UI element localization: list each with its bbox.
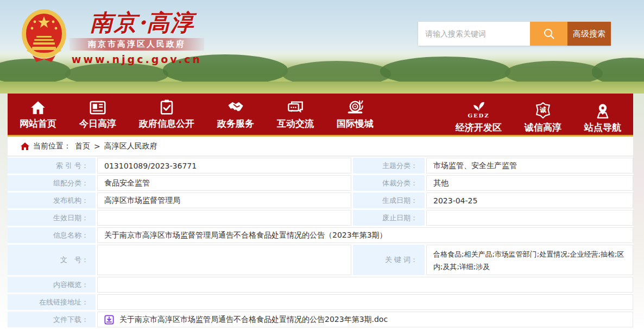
advanced-search-button[interactable]: 高级搜索 [567, 22, 611, 46]
breadcrumb-separator: > [94, 142, 100, 151]
site-map-icon [595, 102, 611, 119]
search-input[interactable] [418, 22, 530, 46]
field-value-docnum [97, 245, 351, 275]
field-value-created: 2023-04-25 [426, 193, 633, 208]
nav-label: 经济开发区 [456, 121, 502, 134]
search-button[interactable] [530, 22, 567, 46]
nav-item-gov-info[interactable]: 政府信息公开 [139, 98, 194, 130]
field-value-publisher: 高淳区市场监督管理局 [97, 193, 351, 208]
search-icon [543, 28, 555, 40]
site-subtitle: 南京市高淳区人民政府 [70, 38, 204, 51]
main-nav: 网站首页 今日高淳 [8, 94, 633, 136]
nav-label: 网站首页 [20, 117, 56, 130]
field-label-created: 生成日期： [353, 193, 425, 208]
nav-group-right: GEDZ 经济开发区 诚 诚信高淳 [456, 95, 621, 134]
info-grid: 索 引 号： 013101089/2023-36771 主题分类： 市场监管、安… [8, 158, 633, 329]
field-label-keywords: 关 键 词： [353, 245, 425, 275]
site-logo[interactable]: 南京·高淳 南京市高淳区人民政府 www.njgc.gov.cn [20, 7, 204, 66]
breadcrumb-prefix: 当前位置： [33, 141, 71, 151]
nav-item-integrity[interactable]: 诚 诚信高淳 [525, 102, 561, 134]
nav-group-left: 网站首页 今日高淳 [20, 98, 374, 130]
download-file-name: 关于南京市高淳区市场监管局通告不合格食品处置情况的公告2023年第3期.doc [119, 315, 388, 325]
nav-label: 诚信高淳 [525, 121, 561, 134]
nav-label: 政务服务 [217, 117, 254, 130]
breadcrumb-current: 高淳区人民政府 [104, 141, 157, 151]
field-label-name: 信息名称： [8, 227, 96, 243]
nav-item-today[interactable]: 今日高淳 [79, 98, 116, 130]
gedz-abbr: GEDZ [468, 113, 489, 119]
breadcrumb-home-icon [21, 142, 29, 150]
header-photo-banner: 南京·高淳 南京市高淳区人民政府 www.njgc.gov.cn 高级搜索 [0, 0, 644, 94]
tree-decoration [380, 57, 510, 85]
field-value-keywords: 合格食品;相关产品;市场监管部门;处置情况;企业经营;抽检;区内;及其;详细;涉… [426, 245, 633, 275]
nav-label: 站点导航 [584, 121, 621, 134]
integrity-character: 诚 [540, 105, 546, 115]
field-value-genre: 其他 [426, 175, 633, 191]
field-value-effective [97, 210, 351, 226]
nav-item-interaction[interactable]: 互动交流 [277, 98, 314, 130]
field-label-download: 文件下载： [8, 312, 96, 327]
field-value-summary [97, 277, 633, 293]
field-label-topic: 主题分类： [353, 158, 425, 173]
news-icon [90, 98, 106, 115]
document-meta-panel: 索 引 号： 013101089/2023-36771 主题分类： 市场监管、安… [8, 157, 633, 329]
left-margin [0, 94, 8, 329]
field-label-index: 索 引 号： [8, 158, 96, 173]
snail-icon [346, 98, 364, 115]
field-label-link: 在线链接地址： [8, 294, 96, 310]
site-title: 南京·高淳 [80, 8, 204, 38]
field-label-docnum: 文 号： [8, 245, 96, 275]
download-file-link[interactable]: 关于南京市高淳区市场监管局通告不合格食品处置情况的公告2023年第3期.doc [104, 315, 388, 325]
page: 南京·高淳 南京市高淳区人民政府 www.njgc.gov.cn 高级搜索 [0, 0, 644, 329]
field-label-expiry: 废止日期： [353, 210, 425, 226]
download-icon [104, 315, 114, 325]
field-value-index: 013101089/2023-36771 [97, 158, 351, 173]
pond-decoration [0, 82, 644, 94]
nav-item-sitemap[interactable]: 站点导航 [584, 102, 621, 134]
nav-item-home[interactable]: 网站首页 [20, 98, 56, 130]
breadcrumb: 当前位置： 首页 > 高淳区人民政府 [8, 136, 633, 157]
nav-item-slow-city[interactable]: 国际慢城 [337, 98, 374, 130]
field-label-summary: 内容概览： [8, 277, 96, 293]
nav-label: 今日高淳 [79, 117, 116, 130]
field-value-link [97, 294, 633, 310]
home-icon [30, 98, 46, 115]
nav-label: 政府信息公开 [139, 117, 194, 130]
handshake-icon [227, 98, 244, 115]
field-value-download: 关于南京市高淳区市场监管局通告不合格食品处置情况的公告2023年第3期.doc [97, 312, 633, 327]
breadcrumb-home-link[interactable]: 首页 [75, 141, 90, 151]
integrity-shield-icon: 诚 [536, 102, 550, 119]
nav-label: 互动交流 [277, 117, 314, 130]
field-value-group: 食品安全监管 [97, 175, 351, 191]
search-bar: 高级搜索 [418, 22, 611, 46]
nav-item-economic-zone[interactable]: GEDZ 经济开发区 [456, 95, 502, 134]
nav-item-services[interactable]: 政务服务 [217, 98, 254, 130]
field-value-expiry [426, 210, 633, 226]
chat-icon [287, 98, 304, 115]
field-value-topic: 市场监管、安全生产监管 [426, 158, 633, 173]
field-label-effective: 生效日期： [8, 210, 96, 226]
field-value-name: 关于南京市高淳区市场监督管理局通告不合格食品处置情况的公告（2023年第3期） [97, 227, 633, 243]
right-margin [633, 94, 644, 329]
nav-label: 国际慢城 [337, 117, 374, 130]
field-label-genre: 体裁分类： [353, 175, 425, 191]
site-url: www.njgc.gov.cn [70, 53, 204, 65]
clipboard-check-icon [160, 98, 173, 115]
field-label-publisher: 发布机构： [8, 193, 96, 208]
field-label-group: 组配分类： [8, 175, 96, 191]
gedz-icon [472, 95, 486, 111]
tree-decoration [592, 58, 644, 85]
national-emblem-icon [20, 8, 68, 64]
